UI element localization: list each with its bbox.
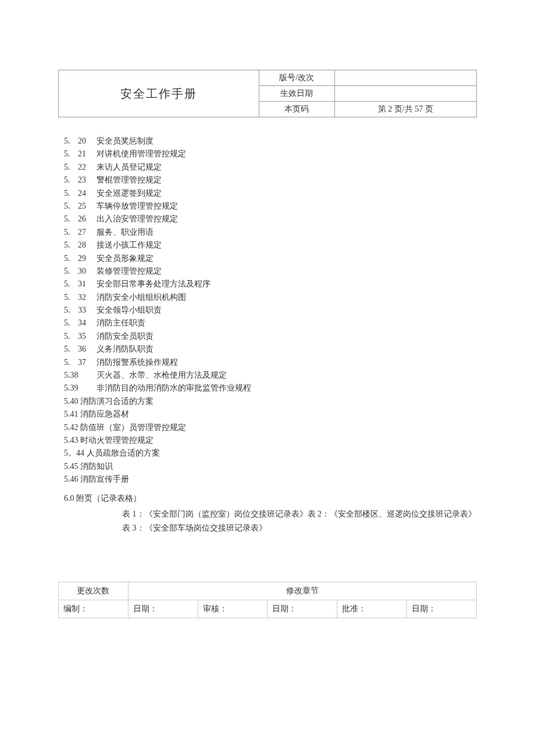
toc-item: 5.43 时动火管理管控规定 [64, 434, 477, 447]
approved-date-label: 日期： [407, 600, 477, 618]
effective-date-value [334, 86, 476, 102]
toc-text: 车辆停放管理管控规定 [97, 200, 477, 213]
toc-list: 5.20安全员奖惩制度5.21对讲机使用管理管控规定5.22来访人员登记规定5.… [58, 135, 477, 535]
toc-item: 5.36义务消防队职责 [64, 343, 477, 356]
toc-prefix: 5. [64, 252, 78, 265]
reviewed-by-label: 审核： [198, 600, 268, 618]
prepared-by-label: 编制： [59, 600, 129, 618]
page-value: 第 2 页/共 57 页 [334, 102, 476, 117]
toc-prefix: 5. [64, 278, 78, 291]
toc-num: 21 [78, 148, 97, 160]
toc-text: 安全巡逻签到规定 [97, 187, 477, 200]
toc-num: 37 [78, 356, 97, 369]
toc-text: 消防安全员职责 [97, 330, 477, 343]
toc-prefix: 5. [64, 174, 78, 187]
toc-prefix: 5.38 [64, 369, 97, 382]
toc-text: 出入治安管理管控规定 [97, 213, 477, 225]
toc-prefix: 5. [64, 187, 78, 200]
toc-num: 33 [78, 304, 97, 317]
toc-prefix: 5. [64, 343, 78, 356]
version-label: 版号/改次 [259, 70, 334, 86]
table-ref-1-2: 表 1：《安全部门岗（监控室）岗位交接班记录表》表 2：《安全部楼区、巡逻岗位交… [122, 507, 477, 521]
toc-text: 装修管理管控规定 [97, 265, 477, 278]
page-label: 本页码 [259, 102, 334, 117]
toc-prefix: 5. [64, 213, 78, 225]
table-ref-3: 表 3：《安全部车场岗位交接班记录表》 [122, 521, 477, 535]
toc-item: 5.42 防值班（室）员管理管控规定 [64, 421, 477, 434]
toc-text: 非消防目的动用消防水的审批监管作业规程 [97, 382, 477, 395]
toc-text: 安全员形象规定 [97, 252, 477, 265]
toc-num: 36 [78, 343, 97, 356]
toc-item: 5.28接送小孩工作规定 [64, 239, 477, 252]
toc-item: 5.22来访人员登记规定 [64, 161, 477, 174]
toc-prefix: 5. [64, 200, 78, 213]
toc-item: 5.35消防安全员职责 [64, 330, 477, 343]
toc-text: 安全员奖惩制度 [97, 135, 477, 148]
toc-prefix: 5. [64, 304, 78, 317]
toc-item: 5.25车辆停放管理管控规定 [64, 200, 477, 213]
toc-item: 5.31安全部日常事务处理方法及程序 [64, 278, 477, 291]
toc-prefix: 5. [64, 161, 78, 174]
toc-item: 5.37消防报警系统操作规程 [64, 356, 477, 369]
toc-item: 5.41 消防应急器材 [64, 408, 477, 421]
toc-num: 20 [78, 135, 97, 148]
toc-item: 5.40 消防演习合适的方案 [64, 395, 477, 408]
effective-date-label: 生效日期 [259, 86, 334, 102]
toc-item: 5.34消防主任职责 [64, 317, 477, 329]
version-value [334, 70, 476, 86]
toc-prefix: 5. [64, 226, 78, 239]
toc-num: 27 [78, 226, 97, 239]
toc-prefix: 5. [64, 330, 78, 343]
toc-item: 5.33安全领导小组职责 [64, 304, 477, 317]
change-count-label: 更改次数 [59, 582, 129, 600]
toc-item: 5.32消防安全小组组织机构图 [64, 291, 477, 304]
toc-item: 5.39非消防目的动用消防水的审批监管作业规程 [64, 382, 477, 395]
header-table: 安全工作手册 版号/改次 生效日期 本页码 第 2 页/共 57 页 [58, 70, 477, 117]
footer-table: 更改次数 修改章节 编制： 日期： 审核： 日期： 批准： 日期： [58, 582, 477, 618]
toc-num: 30 [78, 265, 97, 278]
toc-prefix: 5. [64, 356, 78, 369]
toc-prefix: 5. [64, 239, 78, 252]
appendix-tables: 表 1：《安全部门岗（监控室）岗位交接班记录表》表 2：《安全部楼区、巡逻岗位交… [64, 507, 477, 535]
toc-item: 5.27服务、职业用语 [64, 226, 477, 239]
toc-text: 服务、职业用语 [97, 226, 477, 239]
toc-item: 5.45 消防知识 [64, 460, 477, 473]
toc-num: 34 [78, 317, 97, 329]
toc-prefix: 5. [64, 265, 78, 278]
toc-num: 23 [78, 174, 97, 187]
toc-item: 5.38灭火器、水带、水枪使用方法及规定 [64, 369, 477, 382]
toc-text: 来访人员登记规定 [97, 161, 477, 174]
toc-num: 28 [78, 239, 97, 252]
toc-item: 5.23警棍管理管控规定 [64, 174, 477, 187]
toc-prefix: 5. [64, 317, 78, 329]
toc-num: 29 [78, 252, 97, 265]
toc-prefix: 5. [64, 135, 78, 148]
modified-section-label: 修改章节 [128, 582, 476, 600]
toc-text: 消防主任职责 [97, 317, 477, 329]
toc-num: 35 [78, 330, 97, 343]
toc-item: 5.29安全员形象规定 [64, 252, 477, 265]
prepared-date-label: 日期： [128, 600, 198, 618]
toc-num: 24 [78, 187, 97, 200]
toc-num: 26 [78, 213, 97, 225]
toc-text: 安全部日常事务处理方法及程序 [97, 278, 477, 291]
toc-text: 灭火器、水带、水枪使用方法及规定 [97, 369, 477, 382]
toc-text: 消防安全小组组织机构图 [97, 291, 477, 304]
toc-text: 对讲机使用管理管控规定 [97, 148, 477, 160]
toc-text: 安全领导小组职责 [97, 304, 477, 317]
toc-item: 5。44 人员疏散合适的方案 [64, 447, 477, 460]
toc-text: 接送小孩工作规定 [97, 239, 477, 252]
toc-prefix: 5. [64, 148, 78, 160]
toc-item: 5.46 消防宣传手册 [64, 473, 477, 486]
toc-prefix: 5.39 [64, 382, 97, 395]
doc-title: 安全工作手册 [59, 70, 259, 117]
toc-text: 义务消防队职责 [97, 343, 477, 356]
toc-prefix: 5. [64, 291, 78, 304]
toc-num: 25 [78, 200, 97, 213]
toc-text: 消防报警系统操作规程 [97, 356, 477, 369]
toc-num: 32 [78, 291, 97, 304]
approved-by-label: 批准： [337, 600, 407, 618]
toc-item: 5.24安全巡逻签到规定 [64, 187, 477, 200]
toc-item: 5.21对讲机使用管理管控规定 [64, 148, 477, 160]
toc-item: 5.26出入治安管理管控规定 [64, 213, 477, 225]
